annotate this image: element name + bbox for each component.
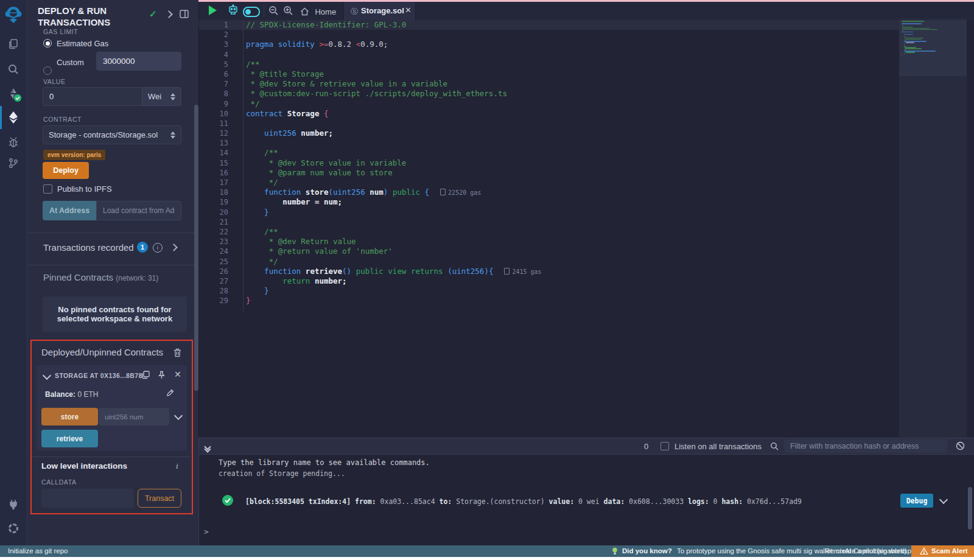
expand-terminal-icon[interactable] <box>205 441 217 452</box>
at-address-button[interactable]: At Address <box>43 201 96 220</box>
retrieve-function-button[interactable]: retrieve <box>41 430 98 447</box>
minimap-line <box>904 53 905 54</box>
info-icon[interactable]: i <box>153 243 163 253</box>
copy-icon[interactable] <box>141 371 150 379</box>
panel-forward-icon[interactable] <box>165 10 173 18</box>
editor-code[interactable]: // SPDX-License-Identifier: GPL-3.0pragm… <box>246 20 542 306</box>
solidity-compiler-icon[interactable] <box>7 88 19 100</box>
custom-gas-radio[interactable] <box>43 66 52 75</box>
pinned-network-label: (network: 31) <box>116 274 158 282</box>
lightbulb-icon <box>612 547 618 555</box>
did-you-know-label: Did you know? <box>622 547 672 555</box>
window-top-edge <box>198 0 974 2</box>
deploy-button[interactable]: Deploy <box>43 162 89 179</box>
value-input[interactable] <box>43 87 142 106</box>
transactions-expand-icon[interactable] <box>170 243 178 251</box>
git-init-button[interactable]: Initialize as git repo <box>8 547 68 555</box>
listen-count: 0 <box>644 442 648 451</box>
at-address-input[interactable] <box>96 201 181 220</box>
contract-collapse-icon[interactable] <box>43 371 51 380</box>
terminal-header: 0 Listen on all transactions <box>199 438 974 455</box>
ai-assistant-icon[interactable] <box>228 4 239 16</box>
store-function-button[interactable]: store <box>41 408 98 425</box>
transactions-recorded-label: Transactions recorded <box>43 242 134 253</box>
line-number: 21 <box>199 217 228 227</box>
run-script-icon[interactable] <box>209 5 217 15</box>
remix-logo-icon[interactable] <box>5 5 22 24</box>
value-unit-label: Wei <box>148 92 161 101</box>
remix-ide-window: DEPLOY & RUNTRANSACTIONS ✓ GAS LIMIT Est… <box>0 0 974 560</box>
line-number: 7 <box>199 79 228 89</box>
line-number: 15 <box>199 158 228 168</box>
debugger-icon[interactable] <box>7 136 19 149</box>
log-token: from: <box>355 497 376 506</box>
line-number: 23 <box>199 237 228 247</box>
pinned-empty-line1: No pinned contracts found for <box>58 305 171 314</box>
panel-layout-icon[interactable] <box>180 10 189 18</box>
home-tab-label: Home <box>315 7 336 16</box>
deployed-contract-card: STORAGE AT 0X136...8B78 ✕ Balance: 0 ETH… <box>37 365 187 450</box>
divider <box>27 265 198 265</box>
plugin-manager-icon[interactable] <box>7 498 19 510</box>
minimap-line <box>905 38 924 39</box>
transactions-count-badge: 1 <box>137 242 148 253</box>
solidity-file-icon: ⓢ <box>351 7 358 17</box>
log-token: to: <box>440 497 452 506</box>
git-icon[interactable] <box>7 157 19 169</box>
terminal-log-text[interactable]: [block:5583405 txIndex:4] from: 0xa03...… <box>245 497 802 506</box>
close-tab-icon[interactable]: ✕ <box>405 5 412 15</box>
gas-limit-label: GAS LIMIT <box>43 28 78 35</box>
active-plugin-indicator <box>0 106 2 129</box>
updown-icon <box>170 93 175 100</box>
custom-gas-input[interactable] <box>96 52 181 71</box>
terminal-scrollbar[interactable] <box>968 487 972 530</box>
transact-button[interactable]: Transact <box>138 489 181 508</box>
line-number: 29 <box>199 296 228 306</box>
terminal-prompt[interactable]: > <box>204 527 209 536</box>
line-number: 9 <box>199 99 228 109</box>
expand-log-icon[interactable] <box>939 495 948 504</box>
contract-select[interactable]: Storage - contracts/Storage.sol <box>43 125 181 144</box>
calldata-input[interactable] <box>41 489 134 508</box>
code-line: pragma solidity >=0.8.2 <0.9.0; <box>246 40 542 49</box>
store-arg-input[interactable] <box>99 408 169 425</box>
file-explorer-icon[interactable] <box>7 38 19 50</box>
log-token: hash: <box>721 497 743 506</box>
line-number: 17 <box>199 178 228 187</box>
listen-checkbox[interactable] <box>660 442 669 450</box>
estimated-gas-radio[interactable] <box>43 39 52 47</box>
storage-tab-label: Storage.sol <box>361 6 404 15</box>
close-contract-icon[interactable]: ✕ <box>174 369 181 379</box>
indent-guide <box>243 20 244 312</box>
storage-sol-tab[interactable]: ⓢ Storage.sol ✕ <box>343 2 416 20</box>
search-icon[interactable] <box>7 63 19 75</box>
deploy-run-icon[interactable] <box>7 111 19 123</box>
edit-balance-icon[interactable] <box>166 389 174 397</box>
code-line: /** <box>246 148 542 158</box>
copilot-toggle[interactable] <box>243 7 260 17</box>
custom-gas-label: Custom <box>57 58 84 67</box>
log-token: logs: <box>688 497 709 506</box>
zoom-out-icon[interactable] <box>268 5 279 16</box>
pin-icon[interactable] <box>158 371 166 379</box>
zoom-in-icon[interactable] <box>283 5 293 16</box>
copilot-status[interactable]: RemixAI Copilot (enabled) <box>825 547 906 555</box>
debug-button[interactable]: Debug <box>900 494 933 508</box>
value-unit-select[interactable]: Wei <box>142 87 181 106</box>
home-tab[interactable]: Home <box>300 6 336 17</box>
scam-alert-badge[interactable]: Scam Alert <box>911 545 974 557</box>
publish-ipfs-checkbox[interactable] <box>43 184 52 194</box>
expand-args-icon[interactable] <box>174 411 183 420</box>
log-token: Storage.(constructor) <box>452 497 548 506</box>
log-token: data: <box>604 497 625 506</box>
line-number: 6 <box>199 69 228 79</box>
low-level-info-icon[interactable]: i <box>176 461 178 471</box>
clear-terminal-icon[interactable] <box>956 441 965 450</box>
settings-gear-icon[interactable] <box>9 523 18 533</box>
filter-transactions-input[interactable] <box>784 439 947 453</box>
trash-icon[interactable] <box>173 348 181 357</box>
minimap[interactable] <box>899 18 967 438</box>
panel-scrollbar[interactable] <box>194 105 198 391</box>
updown-icon <box>170 131 175 139</box>
code-line: function retrieve() public view returns … <box>246 267 542 276</box>
